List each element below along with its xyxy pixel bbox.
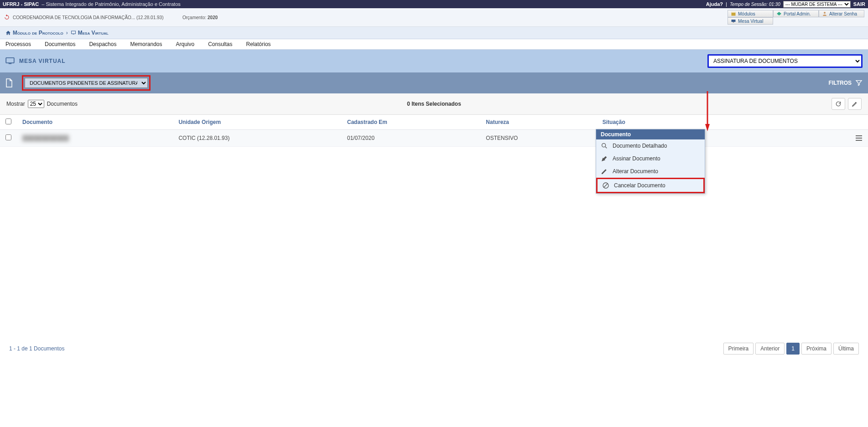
menu-memorandos[interactable]: Memorandos xyxy=(130,41,162,47)
svg-rect-1 xyxy=(732,20,736,22)
ctx-documento-detalhado[interactable]: Documento Detalhado xyxy=(596,139,705,152)
row-checkbox[interactable] xyxy=(5,134,11,140)
modulos-button[interactable]: Módulos xyxy=(728,10,773,17)
cell-natureza: OSTENSIVO xyxy=(480,130,597,147)
unit-label: COORDENADORIA DE TECNOLOGIA DA INFORMAÇÃ… xyxy=(13,15,163,20)
ctx-cancelar-documento[interactable]: Cancelar Documento xyxy=(596,178,705,193)
page-next-button[interactable]: Próxima xyxy=(801,343,832,355)
pagination: Primeira Anterior 1 Próxima Última xyxy=(723,343,859,355)
col-natureza[interactable]: Natureza xyxy=(480,115,597,130)
svg-rect-3 xyxy=(71,31,75,34)
page-first-button[interactable]: Primeira xyxy=(723,343,754,355)
main-view-select[interactable]: ASSINATURA DE DOCUMENTOS xyxy=(707,54,863,68)
session-time: 01:30 xyxy=(769,2,780,7)
mesa-title: MESA VIRTUAL xyxy=(19,58,66,64)
reload-icon xyxy=(4,14,10,21)
svg-rect-2 xyxy=(733,22,734,23)
menu-processos[interactable]: Processos xyxy=(5,41,31,47)
selected-count: 0 Itens Selecionados xyxy=(407,101,461,107)
table-row[interactable]: ████████████ COTIC (12.28.01.93) 01/07/2… xyxy=(0,130,868,147)
portal-admin-button[interactable]: Portal Admin. xyxy=(773,10,819,17)
secondary-bar: DOCUMENTOS PENDENTES DE ASSINATURA FILTR… xyxy=(0,72,868,93)
pencil-icon xyxy=(601,168,608,175)
menu-despachos[interactable]: Despachos xyxy=(89,41,116,47)
docs-label: Documentos xyxy=(47,101,78,107)
menu-documentos[interactable]: Documentos xyxy=(45,41,75,47)
alterar-senha-button[interactable]: Alterar Senha xyxy=(819,10,864,17)
help-link[interactable]: Ajuda? xyxy=(706,1,723,7)
document-icon xyxy=(5,78,13,87)
col-cadastrado[interactable]: Cadastrado Em xyxy=(342,115,480,130)
per-page-select[interactable]: 25 xyxy=(28,100,44,108)
page-1-button[interactable]: 1 xyxy=(786,343,800,355)
cancel-icon xyxy=(602,182,609,189)
svg-rect-5 xyxy=(6,58,14,63)
ctx-assinar-documento[interactable]: Assinar Documento xyxy=(596,152,705,165)
mostrar-label: Mostrar xyxy=(6,101,25,107)
select-all-checkbox[interactable] xyxy=(5,118,11,124)
breadcrumb-home[interactable]: Módulo de Protocolo xyxy=(5,30,63,36)
unit-row: COORDENADORIA DE TECNOLOGIA DA INFORMAÇÃ… xyxy=(0,8,868,27)
mesa-header: MESA VIRTUAL ASSINATURA DE DOCUMENTOS xyxy=(0,50,868,72)
session-label: Tempo de Sessão: xyxy=(730,2,768,7)
mesa-virtual-button[interactable]: Mesa Virtual xyxy=(728,17,773,25)
filter-icon xyxy=(855,79,863,87)
filtros-button[interactable]: FILTROS xyxy=(829,79,863,87)
menu-relatorios[interactable]: Relatórios xyxy=(246,41,271,47)
monitor-icon xyxy=(71,30,76,36)
svg-point-0 xyxy=(824,12,826,14)
search-icon xyxy=(601,142,608,149)
breadcrumb-mesa[interactable]: Mesa Virtual xyxy=(71,30,109,36)
orca-year: 2020 xyxy=(208,15,218,20)
user-icon xyxy=(822,11,827,16)
page-last-button[interactable]: Última xyxy=(833,343,859,355)
context-menu-header: Documento xyxy=(596,129,705,139)
edit-button[interactable] xyxy=(848,98,862,110)
cell-unidade: COTIC (12.28.01.93) xyxy=(173,130,342,147)
cell-documento: ████████████ xyxy=(22,135,69,141)
menubar: Processos Documentos Despachos Memorando… xyxy=(0,39,868,50)
monitor-icon xyxy=(5,57,15,65)
cell-cadastrado: 01/07/2020 xyxy=(342,130,480,147)
col-documento[interactable]: Documento xyxy=(17,115,173,130)
home-icon xyxy=(5,30,11,36)
col-unidade[interactable]: Unidade Origem xyxy=(173,115,342,130)
desk-icon xyxy=(731,18,736,24)
topbar: UFRRJ - SIPAC – Sistema Integrado de Pat… xyxy=(0,0,868,8)
box-icon xyxy=(731,11,736,16)
menu-consultas[interactable]: Consultas xyxy=(208,41,232,47)
context-menu: Documento Documento Detalhado Assinar Do… xyxy=(596,129,705,194)
result-count: 1 - 1 de 1 Documentos xyxy=(9,345,64,352)
breadcrumb: Módulo de Protocolo › Mesa Virtual xyxy=(0,27,868,39)
show-bar: Mostrar 25 Documentos 0 Itens Selecionad… xyxy=(0,93,868,115)
hamburger-icon[interactable] xyxy=(855,135,863,141)
documents-table: Documento Unidade Origem Cadastrado Em N… xyxy=(0,115,868,147)
svg-rect-4 xyxy=(73,34,74,35)
orca-label: Orçamento: xyxy=(182,15,206,20)
logout-button[interactable]: SAIR xyxy=(853,1,865,7)
menu-arquivo[interactable]: Arquivo xyxy=(176,41,194,47)
portal-icon xyxy=(776,11,782,16)
col-situacao[interactable]: Situação xyxy=(597,115,850,130)
svg-rect-6 xyxy=(9,63,11,64)
filter-select[interactable]: DOCUMENTOS PENDENTES DE ASSINATURA xyxy=(25,78,148,88)
svg-point-7 xyxy=(602,144,606,147)
footer: 1 - 1 de 1 Documentos Primeira Anterior … xyxy=(0,338,868,359)
ctx-alterar-documento[interactable]: Alterar Documento xyxy=(596,165,705,178)
system-select[interactable]: --- MUDAR DE SISTEMA --- xyxy=(783,1,851,8)
refresh-icon xyxy=(835,101,842,107)
app-title: UFRRJ - SIPAC xyxy=(3,1,39,7)
edit-icon xyxy=(852,101,858,107)
refresh-button[interactable] xyxy=(832,98,845,110)
app-subtitle: – Sistema Integrado de Patrimônio, Admin… xyxy=(42,1,181,7)
pen-nib-icon xyxy=(601,155,608,162)
page-prev-button[interactable]: Anterior xyxy=(755,343,785,355)
